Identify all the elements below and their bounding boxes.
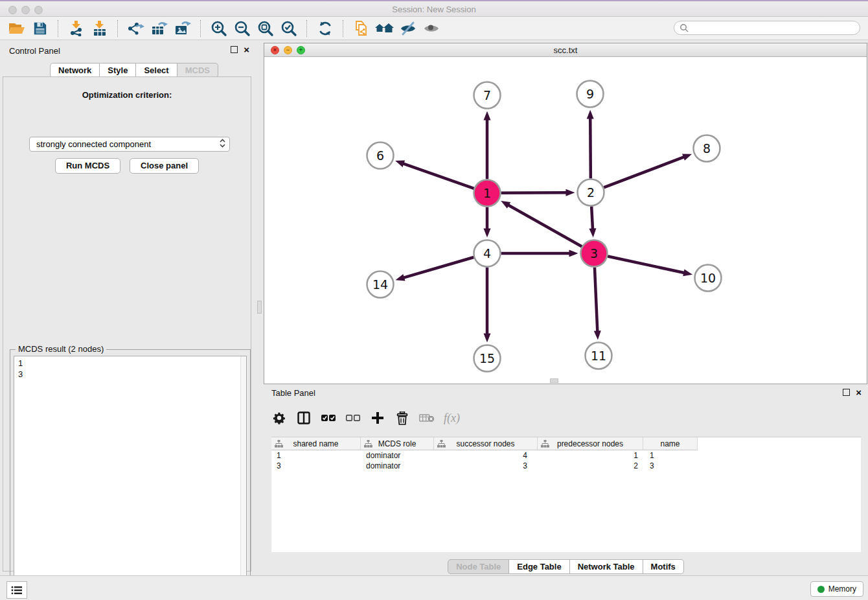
graph-node-3[interactable]: 3 [581, 240, 608, 267]
table-cell[interactable]: 3 [643, 461, 698, 471]
table-options-icon[interactable] [271, 409, 287, 427]
toggle-panel-icon[interactable] [296, 409, 312, 427]
node-label: 9 [586, 87, 594, 101]
mcds-result-text[interactable]: 13 [14, 356, 247, 594]
run-mcds-button[interactable]: Run MCDS [55, 158, 120, 174]
vertical-splitter-handle[interactable] [257, 301, 262, 314]
hierarchy-icon [541, 440, 549, 448]
tab-edge-table[interactable]: Edge Table [509, 559, 569, 574]
mcds-result-title: MCDS result (2 nodes) [16, 344, 106, 354]
criterion-select[interactable]: strongly connected component [29, 137, 230, 152]
network-window-titlebar[interactable]: × − + scc.txt [264, 43, 867, 57]
graph-node-10[interactable]: 10 [695, 265, 722, 292]
edge-2-9[interactable] [590, 117, 591, 178]
first-neighbors-icon[interactable] [350, 19, 373, 38]
hide-selected-icon[interactable] [396, 19, 420, 38]
graph-node-9[interactable]: 9 [577, 81, 604, 108]
tab-network[interactable]: Network [50, 63, 100, 78]
tab-select[interactable]: Select [136, 63, 177, 78]
tab-node-table[interactable]: Node Table [448, 559, 509, 574]
zoom-in-icon[interactable] [207, 19, 231, 38]
table-cell[interactable]: 1 [643, 450, 698, 461]
table-cell[interactable]: 1 [538, 450, 643, 461]
edge-arrowhead [501, 201, 510, 209]
mcds-result-group: MCDS result (2 nodes) 13 [10, 349, 251, 599]
horizontal-splitter-handle[interactable] [550, 378, 558, 383]
float-panel-icon[interactable] [231, 46, 238, 53]
network-canvas[interactable]: 7968124314101511 [265, 57, 867, 384]
zoom-fit-icon[interactable] [254, 19, 277, 38]
tab-network-table[interactable]: Network Table [570, 559, 643, 574]
select-all-icon[interactable] [321, 409, 336, 427]
edge-2-8[interactable] [604, 157, 685, 187]
import-table-icon[interactable] [88, 19, 111, 38]
export-network-icon[interactable] [124, 19, 148, 38]
graph-node-7[interactable]: 7 [474, 82, 501, 109]
add-column-icon[interactable] [370, 409, 385, 427]
float-table-panel-icon[interactable] [843, 389, 850, 396]
graph-node-2[interactable]: 2 [578, 179, 604, 206]
column-header-shared-name[interactable]: shared name [271, 437, 361, 450]
show-all-networks-icon[interactable] [373, 19, 396, 38]
table-cell[interactable]: 4 [434, 450, 538, 461]
edge-1-6[interactable] [402, 163, 474, 189]
result-line: 3 [18, 369, 246, 380]
task-history-button[interactable] [6, 581, 27, 599]
result-scrollbar[interactable] [240, 356, 246, 594]
table-toolbar: f(x) [271, 406, 460, 430]
graph-node-11[interactable]: 11 [586, 343, 612, 369]
show-selected-icon[interactable] [420, 19, 443, 38]
table-cell[interactable]: 1 [271, 450, 361, 461]
table-cell[interactable]: 2 [538, 461, 643, 471]
delete-table-icon[interactable] [419, 409, 435, 427]
delete-column-icon[interactable] [394, 409, 410, 427]
table-row[interactable]: 1dominator411 [271, 450, 861, 461]
tab-mcds[interactable]: MCDS [177, 63, 218, 78]
edge-arrowhead [484, 334, 491, 343]
graph-node-1[interactable]: 1 [474, 180, 501, 207]
table-cell[interactable]: dominator [361, 461, 434, 471]
open-session-icon[interactable] [5, 19, 29, 38]
import-network-icon[interactable] [65, 19, 88, 38]
column-header-predecessor-nodes[interactable]: predecessor nodes [538, 437, 643, 450]
edge-1-2[interactable] [501, 192, 567, 193]
close-table-panel-icon[interactable]: × [856, 389, 862, 396]
edge-4-14[interactable] [403, 257, 474, 278]
function-builder-icon[interactable]: f(x) [444, 409, 460, 427]
column-header-MCDS-role[interactable]: MCDS role [361, 437, 434, 450]
control-panel-title: Control Panel [9, 46, 60, 56]
edge-3-11[interactable] [595, 267, 597, 332]
export-image-icon[interactable] [171, 19, 194, 38]
refresh-layout-icon[interactable] [314, 19, 337, 38]
graph-node-6[interactable]: 6 [367, 143, 394, 169]
graph-node-14[interactable]: 14 [367, 271, 394, 298]
edge-3-10[interactable] [608, 257, 685, 273]
column-header-successor-nodes[interactable]: successor nodes [434, 437, 538, 450]
table-cell[interactable]: 3 [434, 461, 538, 471]
graph-node-4[interactable]: 4 [474, 240, 501, 267]
hierarchy-icon [275, 440, 283, 448]
tab-style[interactable]: Style [100, 63, 136, 78]
table-row[interactable]: 3dominator323 [271, 461, 861, 471]
export-table-icon[interactable] [148, 19, 171, 38]
table-cell[interactable]: 3 [271, 461, 361, 471]
tab-motifs[interactable]: Motifs [643, 559, 684, 574]
search-input[interactable] [674, 21, 860, 35]
edge-arrowhead [587, 110, 594, 119]
save-session-icon[interactable] [29, 19, 52, 38]
edge-3-1[interactable] [508, 205, 582, 247]
search-icon [680, 23, 689, 32]
graph-node-8[interactable]: 8 [694, 135, 720, 162]
close-panel-icon[interactable]: × [244, 47, 249, 53]
zoom-selected-icon[interactable] [277, 19, 301, 38]
table-cell[interactable]: dominator [361, 450, 434, 461]
zoom-out-icon[interactable] [231, 19, 254, 38]
column-header-name[interactable]: name [643, 437, 698, 450]
deselect-all-icon[interactable] [345, 409, 361, 427]
memory-label: Memory [828, 584, 856, 594]
close-panel-button[interactable]: Close panel [130, 158, 199, 174]
memory-button[interactable]: Memory [810, 581, 863, 597]
graph-node-15[interactable]: 15 [474, 345, 501, 372]
edge-2-3[interactable] [591, 206, 593, 229]
column-header-label: predecessor nodes [557, 439, 623, 448]
